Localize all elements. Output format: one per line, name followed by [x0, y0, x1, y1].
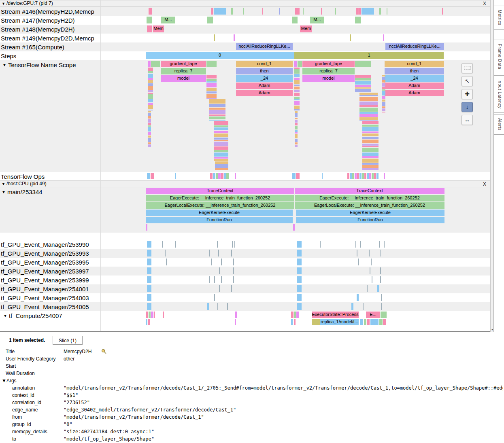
trace-event[interactable] [226, 173, 229, 179]
trace-event[interactable]: _24 [236, 75, 293, 82]
trace-event[interactable] [291, 319, 293, 325]
trace-event[interactable] [211, 8, 213, 15]
trace-event[interactable] [295, 123, 298, 125]
timing-tool[interactable]: ↔ [461, 115, 473, 125]
side-tab-frame-data[interactable]: Frame Data [494, 40, 504, 73]
vertical-scrollbar[interactable]: ▼ [490, 0, 493, 332]
trace-event[interactable] [294, 97, 300, 99]
trace-event[interactable] [146, 312, 148, 318]
trace-event[interactable] [360, 319, 363, 325]
trace-event[interactable] [209, 110, 225, 114]
trace-event[interactable] [295, 111, 298, 113]
trace-event[interactable] [295, 145, 298, 147]
trace-event[interactable] [214, 138, 228, 140]
trace-event[interactable] [148, 110, 153, 110]
trace-event[interactable] [206, 83, 217, 87]
track-label[interactable]: ▼TensorFlow Name Scope [2, 61, 76, 68]
trace-event[interactable] [358, 259, 359, 265]
trace-event[interactable]: FunctionRun [146, 217, 293, 223]
collapse-arrow-icon[interactable]: ▼ [3, 314, 7, 318]
trace-event[interactable] [294, 93, 300, 96]
trace-event[interactable] [214, 121, 228, 125]
trace-event[interactable] [148, 142, 151, 144]
trace-event[interactable] [294, 319, 296, 325]
trace-event[interactable] [362, 121, 379, 124]
trace-event[interactable] [209, 250, 210, 256]
trace-event[interactable] [148, 80, 153, 83]
trace-event[interactable] [148, 103, 153, 105]
trace-event[interactable] [355, 81, 371, 85]
trace-event[interactable] [351, 303, 353, 310]
trace-event[interactable] [221, 276, 222, 283]
trace-event[interactable] [347, 173, 349, 179]
trace-event[interactable] [294, 99, 300, 100]
side-tab-alerts[interactable]: Alerts [494, 114, 504, 135]
trace-event[interactable] [166, 259, 167, 265]
trace-event[interactable] [359, 108, 378, 112]
trace-event[interactable] [295, 142, 298, 144]
trace-event[interactable] [292, 17, 298, 23]
trace-event[interactable] [147, 285, 151, 292]
trace-event[interactable] [295, 134, 298, 138]
trace-event[interactable] [382, 75, 385, 76]
trace-event[interactable] [355, 241, 356, 248]
trace-event[interactable] [359, 95, 378, 96]
trace-event[interactable] [295, 113, 298, 117]
trace-event[interactable] [335, 8, 336, 15]
trace-event[interactable] [149, 8, 152, 15]
trace-event[interactable] [148, 125, 151, 127]
trace-event[interactable] [371, 259, 372, 265]
trace-event[interactable] [362, 168, 379, 170]
trace-event[interactable] [362, 137, 379, 139]
trace-event[interactable] [148, 90, 153, 92]
tab-slice[interactable]: Slice (1) [53, 336, 83, 345]
trace-event[interactable]: FunctionRun [296, 217, 444, 223]
trace-event[interactable]: then [236, 68, 293, 74]
trace-event[interactable] [362, 125, 379, 127]
trace-event[interactable] [387, 8, 387, 15]
trace-event[interactable] [147, 250, 151, 256]
trace-event[interactable] [384, 173, 385, 179]
trace-event[interactable] [380, 267, 381, 274]
trace-event[interactable] [359, 120, 378, 121]
trace-event[interactable]: _24 [385, 75, 444, 82]
trace-event[interactable] [206, 61, 217, 67]
trace-event[interactable] [206, 81, 217, 83]
trace-event[interactable] [355, 78, 371, 81]
trace-event[interactable] [295, 8, 300, 15]
trace-event[interactable] [151, 61, 160, 67]
trace-event[interactable]: TraceContext [295, 188, 444, 194]
trace-event[interactable] [382, 102, 385, 106]
trace-event[interactable] [154, 312, 155, 318]
trace-event[interactable] [148, 111, 151, 112]
trace-event[interactable] [214, 276, 215, 283]
trace-event[interactable] [355, 61, 371, 67]
trace-event[interactable] [214, 294, 215, 301]
trace-event[interactable] [362, 140, 379, 143]
trace-event[interactable] [215, 168, 228, 170]
trace-event[interactable] [294, 106, 300, 109]
trace-event[interactable] [207, 303, 209, 310]
trace-event[interactable] [359, 173, 362, 179]
trace-event[interactable] [151, 312, 153, 318]
trace-event[interactable] [355, 85, 371, 87]
trace-event[interactable] [357, 250, 357, 256]
trace-event[interactable] [224, 173, 226, 179]
trace-event[interactable] [370, 319, 379, 325]
trace-event[interactable] [217, 303, 218, 310]
trace-event[interactable] [360, 241, 361, 248]
trace-event[interactable] [148, 99, 153, 102]
trace-event[interactable] [214, 150, 228, 152]
trace-event[interactable] [383, 319, 386, 325]
trace-event[interactable] [148, 144, 151, 147]
trace-event[interactable] [367, 285, 368, 292]
collapse-arrow-icon[interactable]: ▼ [2, 190, 6, 194]
trace-event[interactable] [214, 8, 226, 15]
trace-event[interactable] [148, 61, 151, 67]
trace-event[interactable] [294, 90, 300, 92]
trace-event[interactable] [322, 173, 323, 179]
search-icon[interactable] [101, 349, 106, 355]
trace-event[interactable] [213, 173, 215, 179]
trace-event[interactable] [294, 80, 300, 84]
trace-event[interactable] [146, 319, 147, 325]
